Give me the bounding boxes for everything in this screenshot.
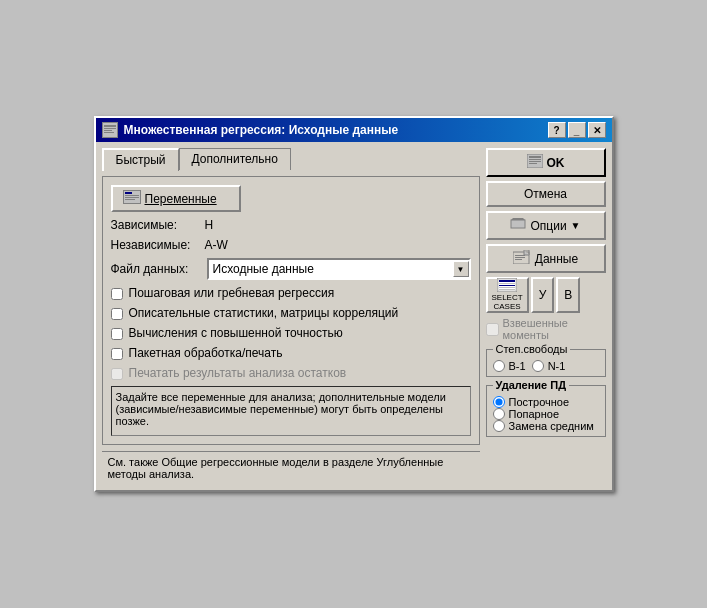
svg-rect-11 bbox=[529, 156, 541, 158]
batch-checkbox[interactable] bbox=[111, 348, 123, 360]
residuals-checkbox[interactable] bbox=[111, 368, 123, 380]
data-icon bbox=[513, 250, 531, 267]
svg-rect-15 bbox=[511, 220, 525, 228]
freedom-n1-row: N-1 bbox=[532, 360, 566, 372]
svg-rect-24 bbox=[499, 285, 515, 286]
data-label: Данные bbox=[535, 252, 578, 266]
freedom-b1-radio[interactable] bbox=[493, 360, 505, 372]
close-button[interactable]: ✕ bbox=[588, 122, 606, 138]
tab-quick[interactable]: Быстрый bbox=[102, 148, 179, 171]
minimize-button[interactable]: _ bbox=[568, 122, 586, 138]
svg-rect-17 bbox=[515, 255, 525, 256]
cancel-button[interactable]: Отмена bbox=[486, 181, 606, 207]
replace-removal-label: Замена средним bbox=[509, 420, 594, 432]
precision-checkbox-row: Вычисления с повышенной точностью bbox=[111, 326, 471, 340]
svg-rect-8 bbox=[125, 197, 139, 198]
stepwise-label: Пошаговая или гребневая регрессия bbox=[129, 286, 335, 300]
descriptive-checkbox[interactable] bbox=[111, 308, 123, 320]
svg-rect-18 bbox=[515, 257, 525, 258]
data-button[interactable]: Данные bbox=[486, 244, 606, 273]
removal-group: Удаление ПД Построчное Попарное Замена с… bbox=[486, 385, 606, 437]
freedom-b1-label: В-1 bbox=[509, 360, 526, 372]
info-text: Задайте все переменные для анализа; допо… bbox=[111, 386, 471, 436]
b-button[interactable]: B bbox=[556, 277, 580, 313]
options-icon bbox=[510, 217, 526, 234]
bottom-info: См. также Общие регрессионные модели в р… bbox=[102, 451, 480, 484]
batch-label: Пакетная обработка/печать bbox=[129, 346, 283, 360]
svg-rect-22 bbox=[499, 280, 515, 282]
svg-rect-19 bbox=[515, 259, 522, 260]
right-panel: OK Отмена Опции ▼ bbox=[486, 148, 606, 484]
row-removal-radio[interactable] bbox=[493, 396, 505, 408]
svg-rect-26 bbox=[499, 289, 515, 290]
options-button[interactable]: Опции ▼ bbox=[486, 211, 606, 240]
svg-rect-1 bbox=[104, 128, 116, 129]
stepwise-checkbox-row: Пошаговая или гребневая регрессия bbox=[111, 286, 471, 300]
row-removal-row: Построчное bbox=[493, 396, 599, 408]
replace-removal-row: Замена средним bbox=[493, 420, 599, 432]
svg-rect-23 bbox=[499, 283, 515, 284]
weighted-moments-label: Взвешенныемоменты bbox=[503, 317, 568, 341]
freedom-group: Степ.свободы В-1 N-1 bbox=[486, 349, 606, 377]
svg-rect-3 bbox=[104, 132, 114, 133]
tabs-container: Быстрый Дополнительно bbox=[102, 148, 480, 170]
dependent-label: Зависимые: bbox=[111, 218, 201, 232]
independent-value: A-W bbox=[205, 238, 228, 252]
y-button[interactable]: У bbox=[531, 277, 555, 313]
help-button[interactable]: ? bbox=[548, 122, 566, 138]
freedom-n1-label: N-1 bbox=[548, 360, 566, 372]
pair-removal-label: Попарное bbox=[509, 408, 560, 420]
y-label: У bbox=[539, 288, 547, 302]
svg-rect-12 bbox=[529, 159, 541, 160]
title-bar: Множественная регрессия: Исходные данные… bbox=[96, 118, 612, 142]
freedom-b1-row: В-1 bbox=[493, 360, 526, 372]
variables-button[interactable]: Переменные bbox=[111, 185, 241, 212]
precision-checkbox[interactable] bbox=[111, 328, 123, 340]
pair-removal-radio[interactable] bbox=[493, 408, 505, 420]
row-removal-label: Построчное bbox=[509, 396, 570, 408]
replace-removal-radio[interactable] bbox=[493, 420, 505, 432]
svg-rect-6 bbox=[125, 192, 132, 194]
independent-row: Независимые: A-W bbox=[111, 238, 471, 252]
dependent-row: Зависимые: H bbox=[111, 218, 471, 232]
independent-label: Независимые: bbox=[111, 238, 201, 252]
select-cases-button[interactable]: SELECTCASES bbox=[486, 277, 529, 313]
tab-advanced[interactable]: Дополнительно bbox=[179, 148, 291, 170]
stepwise-checkbox[interactable] bbox=[111, 288, 123, 300]
svg-rect-0 bbox=[104, 125, 116, 127]
select-cases-icon bbox=[497, 278, 517, 294]
svg-rect-9 bbox=[125, 199, 135, 200]
window-title: Множественная регрессия: Исходные данные bbox=[124, 123, 399, 137]
data-file-dropdown-wrapper: Исходные данные ▼ bbox=[207, 258, 471, 280]
select-cases-row: SELECTCASES У B bbox=[486, 277, 606, 313]
window-icon bbox=[102, 122, 118, 138]
svg-rect-7 bbox=[125, 195, 139, 196]
residuals-label: Печатать результаты анализа остатков bbox=[129, 366, 347, 380]
options-arrow-icon: ▼ bbox=[571, 220, 581, 231]
select-cases-label: SELECTCASES bbox=[492, 294, 523, 312]
dependent-value: H bbox=[205, 218, 214, 232]
options-label: Опции bbox=[530, 219, 566, 233]
title-bar-left: Множественная регрессия: Исходные данные bbox=[102, 122, 399, 138]
svg-rect-2 bbox=[104, 130, 112, 131]
svg-rect-25 bbox=[499, 287, 515, 288]
variables-button-label: Переменные bbox=[145, 192, 217, 206]
svg-rect-13 bbox=[529, 161, 541, 162]
residuals-checkbox-row: Печатать результаты анализа остатков bbox=[111, 366, 471, 380]
main-window: Множественная регрессия: Исходные данные… bbox=[94, 116, 614, 492]
weighted-moments-row: Взвешенныемоменты bbox=[486, 317, 606, 341]
descriptive-label: Описательные статистики, матрицы корреля… bbox=[129, 306, 399, 320]
cancel-label: Отмена bbox=[524, 187, 567, 201]
batch-checkbox-row: Пакетная обработка/печать bbox=[111, 346, 471, 360]
b-label: B bbox=[564, 288, 572, 302]
freedom-n1-radio[interactable] bbox=[532, 360, 544, 372]
freedom-title: Степ.свободы bbox=[493, 343, 571, 355]
ok-icon bbox=[527, 154, 543, 171]
descriptive-checkbox-row: Описательные статистики, матрицы корреля… bbox=[111, 306, 471, 320]
title-controls: ? _ ✕ bbox=[548, 122, 606, 138]
variables-icon bbox=[123, 190, 141, 207]
weighted-moments-checkbox[interactable] bbox=[486, 323, 499, 336]
removal-title: Удаление ПД bbox=[493, 379, 570, 391]
data-file-select[interactable]: Исходные данные bbox=[207, 258, 471, 280]
ok-button[interactable]: OK bbox=[486, 148, 606, 177]
